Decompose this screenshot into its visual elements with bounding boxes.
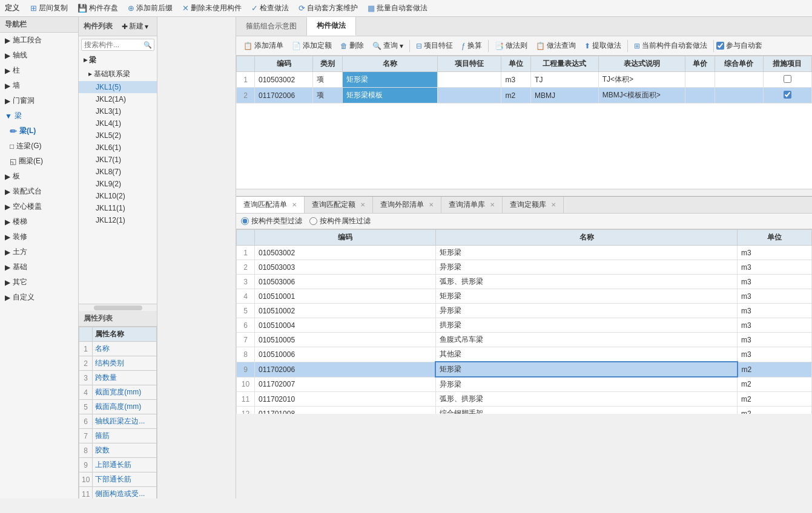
sidebar-item-link-beam[interactable]: □连梁(G)	[0, 139, 78, 154]
auto-match-btn[interactable]: ⊞ 当前构件自动套做法	[630, 39, 711, 53]
btab-close-1[interactable]: ✕	[360, 201, 365, 208]
list-item[interactable]: 11 011702010 弧形、拱形梁 m2	[237, 392, 812, 407]
batch-auto-btn[interactable]: ▦ 批量自动套做法	[364, 1, 431, 15]
list-item-jkl11[interactable]: JKL11(1)	[79, 202, 157, 214]
btab-quota-lib[interactable]: 查询定额库 ✕	[503, 197, 564, 213]
sidebar-item-earthwork[interactable]: ▶土方	[0, 244, 78, 260]
auto-maintain-btn[interactable]: ⟳ 自动套方案维护	[295, 1, 361, 15]
sidebar-item-hollow[interactable]: ▶空心楼盖	[0, 199, 78, 214]
comp-jklbase-group[interactable]: ▸ 基础联系梁	[79, 67, 157, 81]
participate-checkbox-label[interactable]: 参与自动套	[716, 41, 762, 51]
sidebar-item-foundation[interactable]: ▶基础	[0, 260, 78, 275]
btab-close-0[interactable]: ✕	[292, 201, 297, 208]
list-item[interactable]: 2 010503003 异形梁 m3	[237, 260, 812, 275]
list-item-jkl2[interactable]: JKL2(1A)	[79, 93, 157, 105]
comp-hscroll[interactable]	[79, 304, 157, 311]
btab-close-3[interactable]: ✕	[490, 201, 495, 208]
list-item-jkl5[interactable]: JKL5(2)	[79, 129, 157, 142]
list-item[interactable]: 1 名称	[79, 342, 157, 356]
btab-close-4[interactable]: ✕	[551, 201, 556, 208]
list-item-jkl8[interactable]: JKL8(7)	[79, 166, 157, 178]
list-item-jkl9[interactable]: JKL9(2)	[79, 178, 157, 190]
list-item[interactable]: 11 侧面构造或受...	[79, 487, 157, 499]
sidebar-item-slab[interactable]: ▶板	[0, 169, 78, 184]
list-item[interactable]: 7 010510005 鱼腹式吊车梁 m3	[237, 333, 812, 347]
sidebar-item-decoration[interactable]: ▶装修	[0, 229, 78, 244]
list-item-jkl4[interactable]: JKL4(1)	[79, 117, 157, 129]
radio-prop-filter[interactable]: 按构件属性过滤	[309, 216, 371, 226]
do-method-btn[interactable]: 📑 做法则	[491, 39, 531, 53]
sidebar-item-stair[interactable]: ▶楼梯	[0, 214, 78, 229]
list-item[interactable]: 4 截面宽度(mm)	[79, 385, 157, 400]
sidebar-item-beam[interactable]: ▼梁	[0, 108, 78, 123]
tab-rebar[interactable]: 箍筋组合示意图	[236, 18, 307, 35]
btab-match-list[interactable]: 查询匹配清单 ✕	[236, 197, 305, 213]
add-list-btn[interactable]: 📋 添加清单	[240, 39, 287, 53]
sidebar-item-prefab[interactable]: ▶装配式台	[0, 184, 78, 199]
props-header: 属性列表	[79, 311, 157, 327]
list-item[interactable]: 10 下部通长筋	[79, 472, 157, 487]
row-checkbox[interactable]	[784, 75, 791, 83]
middle-column: 构件列表 ✚ 新建 ▾ 🔍 ▸ 梁 ▸ 基础联系梁 JKL1(5) JKL2(1…	[79, 17, 236, 498]
list-item[interactable]: 2 结构类别	[79, 356, 157, 371]
layer-copy-btn[interactable]: ⊞ 层间复制	[27, 1, 71, 15]
sidebar-item-wall[interactable]: ▶墙	[0, 78, 78, 93]
tab-method[interactable]: 构件做法	[307, 17, 356, 36]
list-item[interactable]: 12 011701008 综合钢脚手架 m2	[237, 407, 812, 414]
main-hscroll[interactable]	[236, 189, 812, 196]
radio-prop-input[interactable]	[309, 217, 317, 225]
add-prefix-btn[interactable]: ⊕ 添加前后缀	[124, 1, 176, 15]
sidebar-item-construction[interactable]: ▶施工段合	[0, 33, 78, 48]
table-row[interactable]: 1 010503002 项 矩形梁 m3 TJ TJ<体积>	[237, 72, 812, 88]
query-btn[interactable]: 🔍 查询 ▾	[369, 39, 407, 53]
delete-row-btn[interactable]: 🗑 删除	[337, 39, 368, 53]
list-item[interactable]: 1 010503002 矩形梁 m3	[237, 246, 812, 260]
sidebar-item-window[interactable]: ▶门窗洞	[0, 93, 78, 108]
list-item[interactable]: 5 截面高度(mm)	[79, 400, 157, 414]
list-item[interactable]: 6 010510004 拱形梁 m3	[237, 318, 812, 333]
list-item[interactable]: 6 轴线距梁左边...	[79, 414, 157, 429]
delete-unused-btn[interactable]: ✕ 删除未使用构件	[179, 1, 245, 15]
list-item-jkl3[interactable]: JKL3(1)	[79, 105, 157, 117]
list-item-jkl1[interactable]: JKL1(5)	[79, 81, 157, 93]
radio-type-filter[interactable]: 按构件类型过滤	[241, 216, 302, 226]
list-item[interactable]: 8 胶数	[79, 443, 157, 458]
list-item[interactable]: 5 010510002 异形梁 m3	[237, 304, 812, 318]
btab-external[interactable]: 查询外部清单 ✕	[373, 197, 441, 213]
btab-match-quota[interactable]: 查询匹配定额 ✕	[305, 197, 373, 213]
participate-checkbox[interactable]	[716, 42, 724, 50]
project-feature-btn[interactable]: ⊟ 项目特征	[412, 39, 457, 53]
list-item[interactable]: 3 跨数量	[79, 371, 157, 385]
list-item-jkl7[interactable]: JKL7(1)	[79, 154, 157, 166]
add-quota-btn[interactable]: 📄 添加定额	[288, 39, 335, 53]
list-item[interactable]: 7 箍筋	[79, 429, 157, 443]
component-save-btn[interactable]: 💾 构件存盘	[74, 1, 122, 15]
new-component-btn[interactable]: ✚ 新建 ▾	[118, 19, 152, 33]
list-item[interactable]: 10 011702007 异形梁 m2	[237, 377, 812, 392]
list-item[interactable]: 9 011702006 矩形梁 m2	[237, 362, 812, 377]
btab-close-2[interactable]: ✕	[429, 201, 434, 208]
list-item[interactable]: 9 上部通长筋	[79, 458, 157, 472]
check-method-btn[interactable]: ✓ 检查做法	[248, 1, 292, 15]
extract-method-btn[interactable]: ⬆ 提取做法	[581, 39, 625, 53]
row-checkbox[interactable]	[784, 91, 791, 99]
list-item-jkl10[interactable]: JKL10(2)	[79, 190, 157, 202]
sidebar-item-beam-l[interactable]: ✏梁(L)	[0, 123, 78, 139]
table-row[interactable]: 2 011702006 项 矩形梁模板 m2 MBMJ MBMJ<模板面积>	[237, 88, 812, 103]
list-item[interactable]: 3 010503006 弧形、拱形梁 m3	[237, 275, 812, 289]
sidebar-item-axis[interactable]: ▶轴线	[0, 48, 78, 63]
btab-list-lib[interactable]: 查询清单库 ✕	[441, 197, 503, 213]
list-item[interactable]: 4 010510001 矩形梁 m3	[237, 289, 812, 304]
sidebar-item-column[interactable]: ▶柱	[0, 63, 78, 78]
sidebar-item-other[interactable]: ▶其它	[0, 275, 78, 290]
list-item-jkl6[interactable]: JKL6(1)	[79, 142, 157, 154]
query-method-btn[interactable]: 📋 做法查询	[532, 39, 579, 53]
calculate-btn[interactable]: ƒ 换算	[458, 39, 486, 53]
comp-beam-group[interactable]: ▸ 梁	[79, 53, 157, 67]
sidebar-item-ring-beam[interactable]: ◱圈梁(E)	[0, 154, 78, 169]
app-title: 定义	[5, 3, 19, 13]
list-item-jkl12[interactable]: JKL12(1)	[79, 214, 157, 226]
sidebar-item-custom[interactable]: ▶自定义	[0, 290, 78, 305]
radio-type-input[interactable]	[241, 217, 249, 225]
list-item[interactable]: 8 010510006 其他梁 m3	[237, 347, 812, 362]
